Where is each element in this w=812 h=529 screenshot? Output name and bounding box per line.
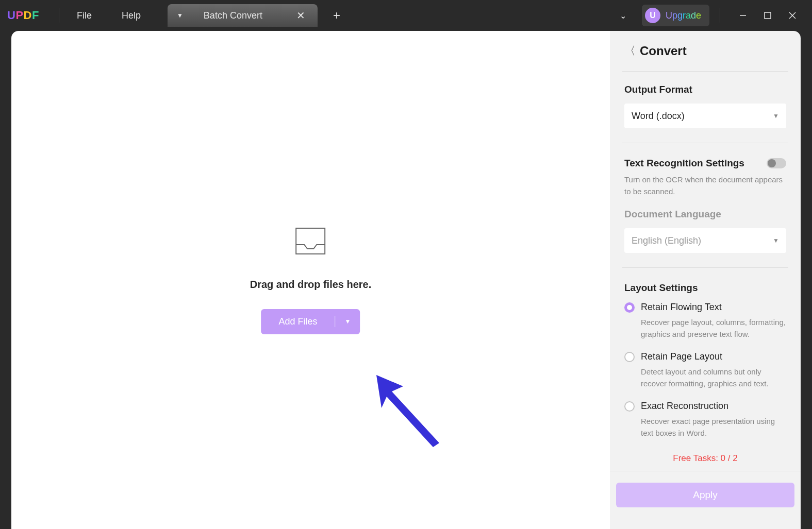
output-format-select[interactable]: Word (.docx) ▼ (624, 104, 786, 128)
doc-language-value: English (English) (632, 235, 701, 246)
doc-language-select[interactable]: English (English) ▼ (624, 228, 786, 253)
ocr-hint: Turn on the OCR when the document appear… (624, 174, 786, 197)
maximize-icon (764, 12, 771, 19)
upgrade-label: Upgrade (666, 10, 701, 21)
titlebar: UPDF File Help ▼ Batch Convert ✕ + ⌄ U U… (0, 0, 812, 31)
output-format-value: Word (.docx) (632, 111, 685, 122)
inbox-icon (294, 226, 327, 256)
radio-label: Retain Page Layout (641, 351, 722, 362)
maximize-button[interactable] (755, 6, 780, 25)
back-button[interactable]: 〈 (624, 43, 636, 59)
menu-file[interactable]: File (70, 7, 99, 24)
drop-text: Drag and drop files here. (250, 279, 372, 291)
radio-icon (624, 401, 635, 412)
radio-label: Exact Reconstruction (641, 401, 728, 412)
add-files-label: Add Files (261, 309, 335, 334)
doc-language-label: Document Language (624, 209, 786, 220)
radio-desc: Recover exact page presentation using te… (641, 416, 786, 439)
radio-icon (624, 352, 635, 362)
apply-button[interactable]: Apply (616, 483, 794, 507)
close-icon[interactable]: ✕ (293, 9, 308, 22)
chevron-down-icon: ▼ (773, 112, 779, 120)
workspace: Drag and drop files here. Add Files ▼ 〈 … (11, 31, 801, 529)
minimize-icon (739, 12, 747, 19)
divider (720, 8, 720, 23)
drop-zone: Drag and drop files here. Add Files ▼ (250, 226, 372, 334)
close-button[interactable] (780, 6, 805, 25)
panel-title: Convert (640, 44, 687, 58)
convert-panel: 〈 Convert Output Format Word (.docx) ▼ T… (610, 31, 801, 529)
radio-retain-page-layout[interactable]: Retain Page Layout (624, 351, 786, 362)
ocr-toggle[interactable] (767, 158, 786, 168)
upgrade-badge: U (645, 8, 660, 23)
output-format-label: Output Format (624, 84, 786, 95)
radio-desc: Recover page layout, columns, formatting… (641, 317, 786, 340)
free-tasks-counter: Free Tasks: 0 / 2 (624, 453, 786, 464)
chevron-down-icon[interactable]: ⌄ (620, 11, 626, 21)
minimize-button[interactable] (731, 6, 755, 25)
radio-label: Retain Flowing Text (641, 302, 722, 313)
radio-exact-reconstruction[interactable]: Exact Reconstruction (624, 401, 786, 412)
ocr-label: Text Recognition Settings (624, 158, 744, 169)
radio-icon (624, 302, 635, 313)
menu-help[interactable]: Help (114, 7, 148, 24)
drop-canvas[interactable]: Drag and drop files here. Add Files ▼ (11, 31, 610, 529)
svg-rect-1 (765, 12, 771, 19)
app-logo: UPDF (7, 9, 39, 22)
upgrade-button[interactable]: U Upgrade (642, 5, 709, 26)
radio-desc: Detect layout and columns but only recov… (641, 366, 786, 389)
tab-label: Batch Convert (204, 10, 262, 21)
divider (622, 143, 788, 143)
layout-settings-label: Layout Settings (624, 282, 786, 294)
cursor-arrow-icon (372, 371, 444, 448)
chevron-down-icon: ▼ (773, 237, 779, 244)
add-files-button[interactable]: Add Files ▼ (261, 309, 360, 334)
divider (622, 267, 788, 268)
tab-batch-convert[interactable]: ▼ Batch Convert ✕ (168, 4, 318, 27)
apply-bar: Apply (610, 471, 801, 519)
add-tab-button[interactable]: + (333, 8, 340, 23)
close-icon (789, 12, 796, 19)
radio-retain-flowing-text[interactable]: Retain Flowing Text (624, 302, 786, 313)
toggle-knob (768, 159, 776, 167)
chevron-down-icon[interactable]: ▼ (336, 311, 360, 332)
divider (59, 8, 59, 23)
divider (622, 71, 788, 72)
chevron-down-icon[interactable]: ▼ (177, 12, 183, 19)
